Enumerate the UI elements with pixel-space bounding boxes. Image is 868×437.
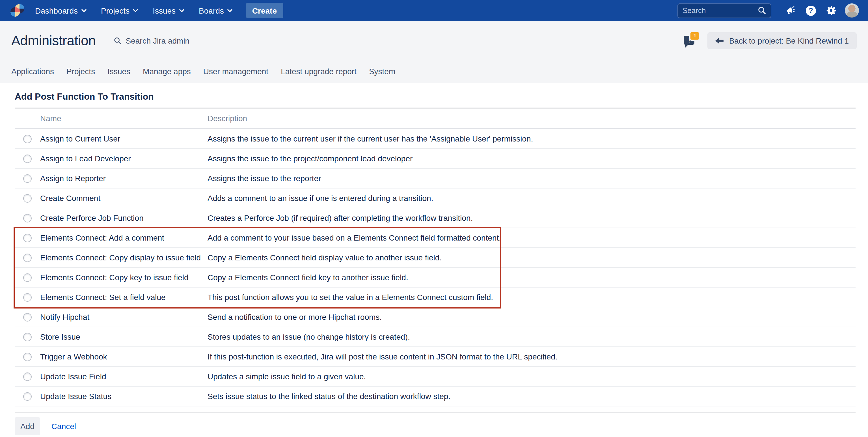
- help-button[interactable]: ?: [801, 0, 821, 21]
- post-function-radio[interactable]: [23, 273, 32, 282]
- megaphone-icon: [785, 5, 796, 16]
- post-function-radio[interactable]: [23, 194, 32, 202]
- nav-menu-item[interactable]: Issues: [153, 6, 184, 15]
- admin-search[interactable]: [114, 36, 216, 45]
- post-function-name: Assign to Lead Developer: [40, 154, 208, 163]
- admin-header: Administration ! 1 Back to project: Be K…: [0, 21, 868, 83]
- table-row[interactable]: Elements Connect: Set a field value This…: [15, 288, 856, 308]
- post-function-radio[interactable]: [23, 293, 32, 301]
- post-function-name: Assign to Current User: [40, 134, 208, 143]
- table-row[interactable]: Assign to Reporter Assigns the issue to …: [15, 169, 856, 188]
- name-column-header: Name: [40, 114, 208, 123]
- announcements-button[interactable]: [780, 0, 801, 21]
- table-row[interactable]: Elements Connect: Add a comment Add a co…: [15, 228, 856, 248]
- search-icon: [758, 6, 766, 15]
- chevron-down-icon: [227, 9, 232, 12]
- post-function-description: Stores updates to an issue (no change hi…: [208, 332, 856, 341]
- post-function-radio[interactable]: [23, 372, 32, 381]
- cancel-link[interactable]: Cancel: [52, 422, 76, 431]
- settings-button[interactable]: [821, 0, 841, 21]
- global-search[interactable]: [677, 3, 771, 18]
- post-function-name: Elements Connect: Add a comment: [40, 233, 208, 242]
- post-function-name: Trigger a Webhook: [40, 352, 208, 361]
- post-function-radio[interactable]: [23, 313, 32, 321]
- post-function-description: Assigns the issue to the current user if…: [208, 134, 856, 143]
- post-function-name: Elements Connect: Set a field value: [40, 293, 208, 302]
- admin-tab[interactable]: Applications: [11, 66, 54, 77]
- form-actions: Add Cancel: [15, 417, 856, 435]
- admin-tab[interactable]: System: [369, 66, 395, 77]
- table-row[interactable]: Update Issue Field Updates a simple issu…: [15, 367, 856, 387]
- jira-logo-icon[interactable]: [10, 3, 25, 18]
- post-function-radio[interactable]: [23, 174, 32, 182]
- table-header: Name Description: [15, 109, 856, 129]
- post-function-description: Adds a comment to an issue if one is ent…: [208, 194, 856, 203]
- create-button[interactable]: Create: [246, 3, 283, 18]
- search-icon: [114, 37, 122, 45]
- nav-menu-item[interactable]: Boards: [199, 6, 232, 15]
- post-function-radio[interactable]: [23, 214, 32, 222]
- admin-search-input[interactable]: [126, 36, 216, 45]
- global-search-input[interactable]: [683, 6, 758, 15]
- back-to-project-label: Back to project: Be Kind Rewind 1: [729, 36, 849, 45]
- nav-menu-label: Dashboards: [35, 6, 78, 15]
- post-function-radio[interactable]: [23, 352, 32, 361]
- chevron-down-icon: [81, 9, 86, 12]
- description-column-header: Description: [208, 114, 856, 123]
- post-function-name: Elements Connect: Copy display to issue …: [40, 253, 208, 262]
- post-function-radio[interactable]: [23, 233, 32, 242]
- table-row[interactable]: Notify Hipchat Send a notification to on…: [15, 308, 856, 327]
- table-row[interactable]: Create Comment Adds a comment to an issu…: [15, 188, 856, 208]
- post-function-radio[interactable]: [23, 392, 32, 401]
- nav-menu-label: Issues: [153, 6, 176, 15]
- admin-tab[interactable]: Projects: [66, 66, 95, 77]
- post-function-description: Copy a Elements Connect field key to ano…: [208, 273, 856, 282]
- user-avatar[interactable]: [845, 3, 859, 18]
- post-function-description: Assigns the issue to the reporter: [208, 174, 856, 183]
- main-content: Add Post Function To Transition Name Des…: [0, 83, 868, 437]
- help-icon: ?: [806, 5, 816, 16]
- admin-tab[interactable]: User management: [203, 66, 268, 77]
- nav-menu-item[interactable]: Projects: [101, 6, 138, 15]
- back-to-project-button[interactable]: Back to project: Be Kind Rewind 1: [708, 32, 857, 49]
- post-function-description: This post function allows you to set the…: [208, 293, 856, 302]
- post-function-description: Updates a simple issue field to a given …: [208, 372, 856, 381]
- admin-tab[interactable]: Latest upgrade report: [281, 66, 356, 77]
- gear-icon: [826, 5, 836, 16]
- post-function-radio[interactable]: [23, 332, 32, 341]
- admin-tab[interactable]: Issues: [107, 66, 130, 77]
- post-function-description: Sets issue status to the linked status o…: [208, 392, 856, 401]
- add-button[interactable]: Add: [15, 417, 40, 435]
- table-row[interactable]: Elements Connect: Copy display to issue …: [15, 248, 856, 268]
- nav-menu-label: Projects: [101, 6, 129, 15]
- post-function-radio[interactable]: [23, 253, 32, 262]
- admin-tab[interactable]: Manage apps: [143, 66, 191, 77]
- post-function-description: Copy a Elements Connect field display va…: [208, 253, 856, 262]
- post-function-description: Creates a Perforce Job (if required) aft…: [208, 213, 856, 223]
- post-function-description: Assigns the issue to the project/compone…: [208, 154, 856, 163]
- post-function-radio[interactable]: [23, 154, 32, 163]
- nav-menu-item[interactable]: Dashboards: [35, 6, 86, 15]
- table-row[interactable]: Elements Connect: Copy key to issue fiel…: [15, 268, 856, 288]
- section-title: Add Post Function To Transition: [15, 91, 856, 103]
- feedback-button[interactable]: ! 1: [684, 34, 699, 48]
- post-function-description: If this post-function is executed, Jira …: [208, 352, 856, 361]
- table-row[interactable]: Assign to Lead Developer Assigns the iss…: [15, 149, 856, 169]
- post-function-description: Send a notification to one or more Hipch…: [208, 313, 856, 322]
- divider: [15, 412, 856, 413]
- table-row[interactable]: Create Perforce Job Function Creates a P…: [15, 208, 856, 228]
- back-arrow-icon: [716, 38, 724, 44]
- post-function-name: Assign to Reporter: [40, 174, 208, 183]
- post-function-radio[interactable]: [23, 135, 32, 143]
- primary-nav: Dashboards Projects Issues Boards: [35, 6, 232, 15]
- table-row[interactable]: Assign to Current User Assigns the issue…: [15, 129, 856, 149]
- page-title: Administration: [11, 33, 96, 49]
- post-function-name: Elements Connect: Copy key to issue fiel…: [40, 273, 208, 282]
- post-function-table-body: Assign to Current User Assigns the issue…: [15, 129, 856, 406]
- post-function-name: Create Perforce Job Function: [40, 213, 208, 223]
- table-row[interactable]: Store Issue Stores updates to an issue (…: [15, 327, 856, 347]
- top-navigation-bar: Dashboards Projects Issues Boards Create: [0, 0, 868, 21]
- table-row[interactable]: Trigger a Webhook If this post-function …: [15, 347, 856, 367]
- table-row[interactable]: Update Issue Status Sets issue status to…: [15, 387, 856, 406]
- chevron-down-icon: [179, 9, 184, 12]
